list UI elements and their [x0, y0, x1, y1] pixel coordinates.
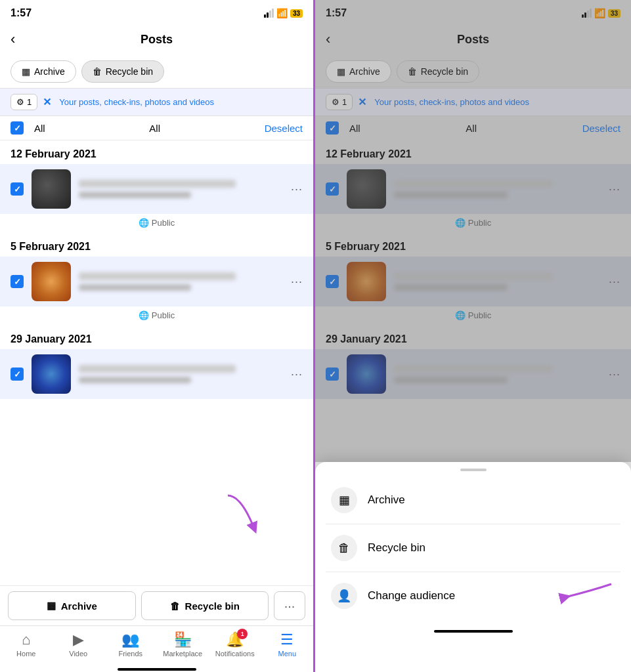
sheet-archive-icon: ▦ [331, 487, 357, 513]
home-icon: ⌂ [22, 631, 30, 648]
left-post-item-3[interactable]: ··· [0, 349, 313, 399]
left-post-1-checkbox[interactable] [11, 182, 24, 196]
left-recycle-action-label: Recycle bin [185, 600, 240, 612]
left-date-1: 12 February 2021 [11, 148, 97, 159]
left-post-3-checkbox[interactable] [11, 368, 24, 381]
nav-home[interactable]: ⌂ Home [7, 631, 46, 658]
nav-friends-label: Friends [118, 650, 142, 658]
left-post-3-more-btn[interactable]: ··· [291, 368, 303, 381]
marketplace-icon: 🏪 [174, 631, 192, 648]
sheet-recycle-label: Recycle bin [368, 541, 425, 555]
left-select-all-row: All All Deselect [0, 116, 313, 140]
left-archive-filter-label: Archive [34, 66, 65, 77]
left-status-bar: 1:57 📶 33 [0, 0, 313, 24]
sheet-handle [460, 469, 487, 471]
bottom-sheet: ▦ Archive 🗑 Recycle bin 👤 Change audienc… [315, 462, 631, 672]
recycle-filter-icon: 🗑 [93, 66, 102, 77]
left-more-action-btn[interactable]: ··· [274, 591, 305, 620]
left-archive-action-icon: ▦ [47, 600, 56, 612]
nav-home-label: Home [16, 650, 35, 658]
left-post-3-thumb [32, 354, 71, 394]
left-post-item-1[interactable]: ··· [0, 164, 313, 214]
archive-filter-icon: ▦ [22, 66, 30, 77]
left-post-2-public: 🌐 Public [0, 308, 313, 326]
friends-icon: 👥 [121, 631, 139, 648]
left-archive-filter-btn[interactable]: ▦ Archive [11, 60, 76, 83]
nav-notifications[interactable]: 🔔 1 Notifications [215, 631, 255, 658]
sheet-audience-item[interactable]: 👤 Change audience [315, 572, 631, 620]
left-post-2-thumb [32, 262, 71, 301]
left-archive-action-btn[interactable]: ▦ Archive [8, 591, 136, 620]
left-filter-count: 1 [27, 97, 32, 107]
left-battery: 33 [290, 9, 303, 18]
left-date-group-1: 12 February 2021 [0, 140, 313, 163]
signal-icon [264, 9, 274, 18]
left-filter-count-btn[interactable]: ⚙ 1 [11, 94, 37, 110]
left-post-1-info [79, 180, 303, 198]
left-post-1-subtitle [79, 192, 191, 198]
left-post-2-more-btn[interactable]: ··· [291, 275, 303, 289]
sheet-home-indicator [434, 630, 513, 633]
nav-menu[interactable]: ☰ Menu [267, 631, 307, 658]
nav-video-label: Video [69, 650, 87, 658]
nav-notifications-label: Notifications [215, 650, 255, 658]
left-recycle-filter-btn[interactable]: 🗑 Recycle bin [81, 60, 164, 83]
left-post-1-public-label: Public [152, 218, 175, 228]
nav-video[interactable]: ▶ Video [58, 631, 98, 658]
left-page-title: Posts [141, 33, 173, 47]
sheet-recycle-icon: 🗑 [331, 535, 357, 561]
right-panel-overlay [315, 0, 631, 462]
left-post-3-title [79, 365, 236, 373]
left-filter-row: ▦ Archive 🗑 Recycle bin [0, 55, 313, 88]
left-post-3-subtitle [79, 377, 191, 383]
left-deselect-btn[interactable]: Deselect [265, 123, 303, 134]
left-close-filter-icon[interactable]: ✕ [43, 96, 51, 108]
more-dots-icon: ··· [284, 598, 295, 614]
left-date-group-2: 5 February 2021 [0, 233, 313, 255]
sheet-audience-icon: 👤 [331, 583, 357, 609]
left-bottom-action-bar: ▦ Archive 🗑 Recycle bin ··· [0, 585, 313, 625]
left-recycle-action-btn[interactable]: 🗑 Recycle bin [141, 591, 269, 620]
nav-marketplace[interactable]: 🏪 Marketplace [163, 631, 202, 658]
left-bottom-nav: ⌂ Home ▶ Video 👥 Friends 🏪 Marketplace 🔔… [0, 625, 313, 665]
left-date-2: 5 February 2021 [11, 241, 91, 252]
sheet-recycle-item[interactable]: 🗑 Recycle bin [315, 524, 631, 572]
left-post-2-subtitle [79, 284, 191, 291]
left-select-label2: All [56, 123, 254, 134]
left-post-1-more-btn[interactable]: ··· [291, 182, 303, 196]
wifi-icon: 📶 [276, 8, 288, 18]
video-icon: ▶ [73, 631, 84, 648]
sheet-archive-label: Archive [368, 494, 405, 507]
sheet-audience-label: Change audience [368, 589, 455, 602]
left-time: 1:57 [11, 7, 32, 19]
notifications-wrapper: 🔔 1 [226, 631, 244, 648]
left-date-group-3: 29 January 2021 [0, 326, 313, 348]
sheet-archive-item[interactable]: ▦ Archive [315, 476, 631, 524]
left-archive-action-label: Archive [61, 600, 97, 612]
left-active-filter-bar: ⚙ 1 ✕ Your posts, check-ins, photos and … [0, 88, 313, 116]
left-recycle-action-icon: 🗑 [170, 600, 180, 612]
left-post-1-thumb [32, 169, 71, 209]
left-post-2-checkbox[interactable] [11, 275, 24, 288]
globe-icon-1: 🌐 [139, 218, 149, 228]
left-back-button[interactable]: ‹ [11, 31, 15, 48]
left-recycle-filter-label: Recycle bin [106, 66, 153, 77]
left-home-indicator [118, 668, 196, 671]
left-select-all-label1: All [34, 123, 45, 134]
left-filter-description: Your posts, check-ins, photos and videos [59, 97, 214, 107]
left-status-icons: 📶 33 [264, 8, 303, 18]
filter-sliders-icon: ⚙ [16, 97, 24, 107]
left-post-1-public: 🌐 Public [0, 215, 313, 233]
left-select-all-checkbox[interactable] [11, 121, 24, 135]
menu-icon: ☰ [280, 631, 294, 648]
left-post-1-title [79, 180, 236, 188]
left-post-item-2[interactable]: ··· [0, 257, 313, 306]
notification-badge: 1 [237, 629, 248, 639]
left-posts-content: 12 February 2021 ··· 🌐 Public 5 February… [0, 140, 313, 585]
left-post-2-info [79, 272, 303, 291]
nav-marketplace-label: Marketplace [163, 650, 202, 658]
right-panel: 1:57 📶 33 ‹ Posts ▦ Archive 🗑 Recycle bi… [315, 0, 631, 672]
nav-friends[interactable]: 👥 Friends [111, 631, 150, 658]
left-date-3: 29 January 2021 [11, 333, 92, 345]
left-panel: 1:57 📶 33 ‹ Posts ▦ Archive 🗑 Recycle bi… [0, 0, 315, 672]
